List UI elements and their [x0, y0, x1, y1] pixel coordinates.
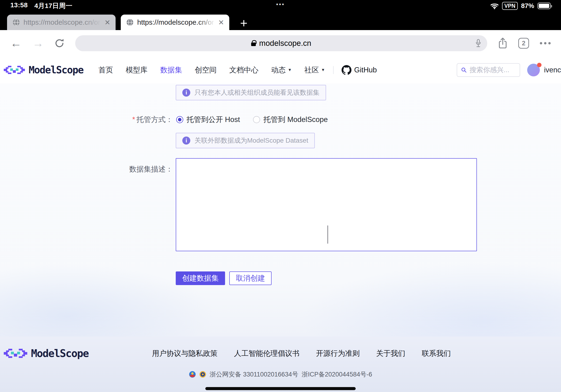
search-input[interactable]	[470, 66, 516, 74]
nav-item-studios[interactable]: 创空间	[195, 65, 216, 75]
site-header: ModelScope 首页 模型库 数据集 创空间 文档中心 动态▼ 社区▼ G…	[0, 56, 561, 83]
tab-bar: https://modelscope.cn/or ✕ https://model…	[0, 12, 561, 30]
forward-button[interactable]: →	[32, 38, 44, 49]
nav-item-news[interactable]: 动态▼	[271, 65, 292, 75]
footer-link-about[interactable]: 关于我们	[376, 348, 405, 358]
lock-icon	[251, 43, 256, 46]
footer-link-privacy[interactable]: 用户协议与隐私政策	[152, 348, 217, 358]
nav-item-datasets[interactable]: 数据集	[160, 65, 182, 75]
beian-badge-icon	[189, 371, 196, 378]
status-bar: 13:58 4月17日周一 ••• VPN 87%	[0, 0, 561, 12]
globe-icon	[12, 18, 20, 26]
microphone-icon[interactable]	[475, 39, 482, 48]
brand-wordmark: ModelScope	[31, 347, 88, 359]
wifi-icon	[490, 3, 499, 9]
footer-link-conduct[interactable]: 开源行为准则	[316, 348, 360, 358]
main-nav: 首页 模型库 数据集 创空间 文档中心 动态▼ 社区▼	[98, 65, 325, 75]
text-cursor	[327, 225, 328, 244]
avatar[interactable]	[527, 64, 540, 76]
icp-link[interactable]: 浙ICP备2020044584号-6	[302, 370, 372, 379]
share-icon[interactable]	[498, 38, 507, 49]
required-mark: *	[132, 115, 135, 124]
info-icon: i	[182, 137, 190, 144]
notification-dot	[537, 63, 541, 67]
tab-url: https://modelscope.cn/or	[137, 18, 215, 26]
host-type-options: 托管到公开 Host 托管到 ModelScope	[176, 115, 328, 125]
host-type-label: *托管方式：	[0, 114, 173, 125]
description-field: 数据集描述：	[0, 158, 561, 251]
github-label: GitHub	[354, 66, 377, 74]
cancel-create-button[interactable]: 取消创建	[229, 272, 271, 285]
address-bar[interactable]: modelscope.cn	[75, 35, 487, 51]
visibility-hint: i 只有您本人或相关组织成员能看见该数据集	[176, 85, 326, 100]
vpn-badge: VPN	[502, 2, 518, 10]
brand-wordmark: ModelScope	[29, 64, 83, 76]
status-date: 4月17日周一	[34, 1, 72, 10]
modelscope-logo[interactable]: ModelScope	[4, 64, 83, 76]
header-search[interactable]	[457, 63, 520, 77]
tab-url: https://modelscope.cn/or	[23, 18, 101, 26]
form-actions: 创建数据集 取消创建	[176, 272, 561, 285]
host-hint: i 关联外部数据成为ModelScope Dataset	[176, 133, 315, 148]
back-button[interactable]: ←	[10, 38, 22, 49]
nav-item-docs[interactable]: 文档中心	[229, 65, 259, 75]
battery-icon	[538, 3, 551, 9]
username[interactable]: ivenc	[544, 66, 561, 74]
nav-item-models[interactable]: 模型库	[126, 65, 148, 75]
dataset-create-form: i 只有您本人或相关组织成员能看见该数据集 *托管方式： 托管到公开 Host …	[0, 83, 561, 337]
new-tab-button[interactable]: +	[238, 16, 250, 30]
footer-logo[interactable]: ModelScope	[4, 347, 88, 359]
description-label: 数据集描述：	[0, 158, 173, 174]
close-icon[interactable]: ✕	[105, 18, 110, 27]
chevron-down-icon: ▼	[288, 68, 292, 72]
github-icon	[342, 65, 351, 75]
reload-icon[interactable]	[54, 38, 64, 48]
footer-links: 用户协议与隐私政策 人工智能伦理倡议书 开源行为准则 关于我们 联系我们	[152, 348, 451, 358]
status-time: 13:58	[10, 1, 28, 10]
radio-selected-icon[interactable]	[176, 116, 183, 123]
browser-toolbar: ← → modelscope.cn 2	[0, 30, 561, 56]
header-divider	[333, 66, 334, 74]
browser-tab-active[interactable]: https://modelscope.cn/or ✕	[121, 15, 229, 30]
github-link[interactable]: GitHub	[342, 65, 377, 75]
tab-overview-button[interactable]: 2	[518, 38, 529, 49]
info-icon: i	[182, 89, 190, 97]
radio-unselected-icon[interactable]	[253, 116, 260, 123]
host-type-field: *托管方式： 托管到公开 Host 托管到 ModelScope	[0, 114, 561, 125]
footer-link-contact[interactable]: 联系我们	[422, 348, 451, 358]
police-badge-icon	[199, 371, 206, 378]
globe-icon	[126, 18, 134, 26]
site-footer: ModelScope 用户协议与隐私政策 人工智能伦理倡议书 开源行为准则 关于…	[0, 337, 561, 392]
beian-row: 浙公网安备 33011002016634号 浙ICP备2020044584号-6	[0, 370, 561, 379]
beian-link[interactable]: 浙公网安备 33011002016634号	[210, 370, 298, 379]
description-textarea[interactable]	[176, 158, 477, 251]
search-icon	[461, 66, 467, 74]
chevron-down-icon: ▼	[321, 68, 325, 72]
browser-tab-background[interactable]: https://modelscope.cn/or ✕	[7, 15, 116, 30]
modelscope-logo-icon	[4, 66, 25, 74]
multitask-dots-icon: •••	[276, 1, 285, 8]
modelscope-logo-icon	[4, 349, 27, 358]
radio-modelscope-host[interactable]: 托管到 ModelScope	[253, 115, 328, 125]
create-dataset-button[interactable]: 创建数据集	[176, 272, 225, 285]
nav-item-community[interactable]: 社区▼	[304, 65, 325, 75]
nav-item-home[interactable]: 首页	[98, 65, 113, 75]
battery-percent: 87%	[521, 2, 534, 10]
radio-public-host[interactable]: 托管到公开 Host	[176, 115, 240, 125]
close-icon[interactable]: ✕	[218, 18, 224, 27]
home-indicator[interactable]	[205, 387, 356, 390]
more-menu-icon[interactable]	[540, 42, 551, 44]
footer-link-ai-ethics[interactable]: 人工智能伦理倡议书	[234, 348, 300, 358]
address-text: modelscope.cn	[259, 39, 311, 48]
